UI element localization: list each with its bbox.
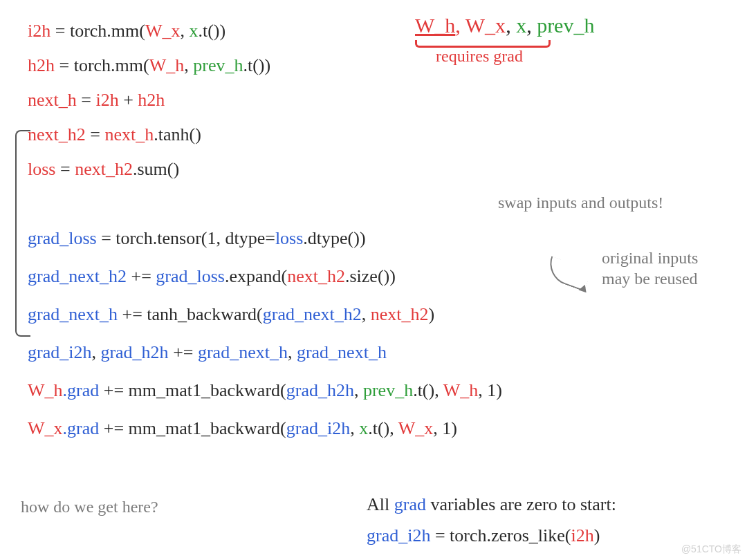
var-wh: W_h — [415, 14, 455, 37]
annotation-original-2: may be reused — [602, 270, 698, 288]
footer-zeroslike: grad_i2h = torch.zeros_like(i2h) — [367, 525, 600, 546]
footer-question: how do we get here? — [21, 498, 158, 516]
footer-allgrad: All grad variables are zero to start: — [367, 494, 616, 515]
line-gradloss: grad_loss = torch.tensor(1, dtype=loss.d… — [28, 228, 366, 249]
line-wx-grad: W_x.grad += mm_mat1_backward(grad_i2h, x… — [28, 418, 457, 439]
header-vars: W_h, W_x, x, prev_h — [415, 14, 594, 37]
line-gradnexth2: grad_next_h2 += grad_loss.expand(next_h2… — [28, 266, 396, 287]
line-h2h: h2h = torch.mm(W_h, prev_h.t()) — [28, 55, 270, 76]
line-grad-split: grad_i2h, grad_h2h += grad_next_h, grad_… — [28, 342, 387, 363]
line-nexth2: next_h2 = next_h.tanh() — [28, 124, 201, 145]
lhs: i2h — [28, 21, 50, 41]
line-i2h: i2h = torch.mm(W_x, x.t()) — [28, 21, 225, 41]
annotation-swap: swap inputs and outputs! — [498, 194, 663, 212]
var-wx: W_x — [465, 14, 506, 37]
requires-grad-label: requires grad — [436, 47, 523, 66]
line-gradnexth: grad_next_h += tanh_backward(grad_next_h… — [28, 304, 434, 325]
arrow-reused — [544, 256, 591, 291]
line-wh-grad: W_h.grad += mm_mat1_backward(grad_h2h, p… — [28, 380, 502, 401]
var-prevh: prev_h — [537, 14, 594, 37]
line-loss: loss = next_h2.sum() — [28, 159, 179, 180]
watermark: @51CTO博客 — [681, 543, 741, 556]
annotation-original-1: original inputs — [602, 249, 698, 268]
var-x: x — [516, 14, 526, 37]
line-nexth: next_h = i2h + h2h — [28, 90, 165, 111]
